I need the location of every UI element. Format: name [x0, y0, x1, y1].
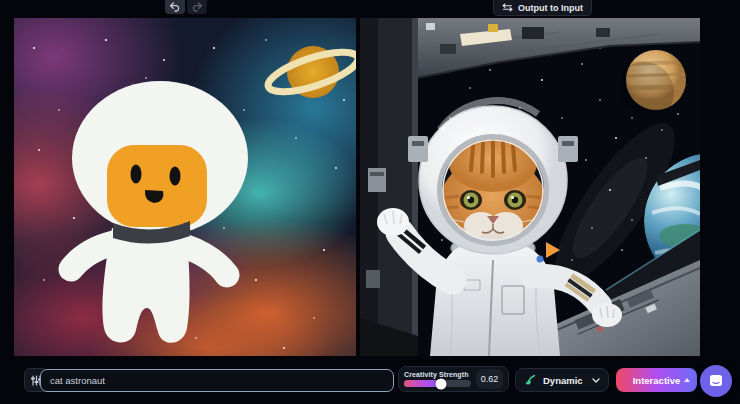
- doodle-eye-left: [131, 165, 142, 184]
- prompt-input[interactable]: [40, 369, 394, 392]
- redo-button[interactable]: [187, 0, 207, 14]
- ceiling-label-yellow: [488, 24, 498, 32]
- creativity-strength-label: Creativity Strength: [404, 371, 471, 378]
- redo-icon: [191, 2, 203, 12]
- input-canvas-art: [14, 18, 356, 356]
- style-dropdown[interactable]: Dynamic: [515, 368, 609, 392]
- cat-eye-right: [504, 190, 526, 210]
- output-canvas-art: [360, 18, 700, 356]
- undo-icon: [169, 2, 181, 12]
- creativity-slider[interactable]: [404, 380, 471, 387]
- swap-arrows-icon: [502, 3, 513, 12]
- output-to-input-label: Output to Input: [518, 3, 583, 13]
- suit-emblem-dot: [537, 256, 544, 263]
- style-dropdown-value: Dynamic: [543, 375, 585, 386]
- chat-bubble-icon: [708, 373, 724, 389]
- output-image-canvas[interactable]: [360, 18, 700, 356]
- creativity-value[interactable]: 0.62: [476, 369, 503, 389]
- undo-button[interactable]: [165, 0, 185, 14]
- helmet-latch-left: [408, 136, 428, 162]
- caret-up-icon: [684, 378, 690, 382]
- interactive-button-label: Interactive: [633, 375, 681, 386]
- helmet-latch-right: [558, 136, 578, 162]
- spacecraft-door-frame: [360, 18, 418, 356]
- output-to-input-button[interactable]: Output to Input: [493, 0, 592, 16]
- doodle-eye-right: [170, 167, 181, 186]
- cat-eye-left: [460, 190, 482, 210]
- chevron-down-icon: [592, 378, 600, 383]
- input-drawing-canvas[interactable]: [14, 18, 356, 356]
- creativity-strength-control: Creativity Strength 0.62: [398, 366, 509, 392]
- ceiling-vent: [522, 27, 544, 39]
- interactive-mode-button[interactable]: Interactive: [616, 368, 697, 392]
- doodle-face: [107, 145, 207, 227]
- chat-widget-button[interactable]: [700, 365, 732, 397]
- paintbrush-icon: [524, 374, 536, 386]
- creativity-slider-thumb[interactable]: [435, 378, 446, 389]
